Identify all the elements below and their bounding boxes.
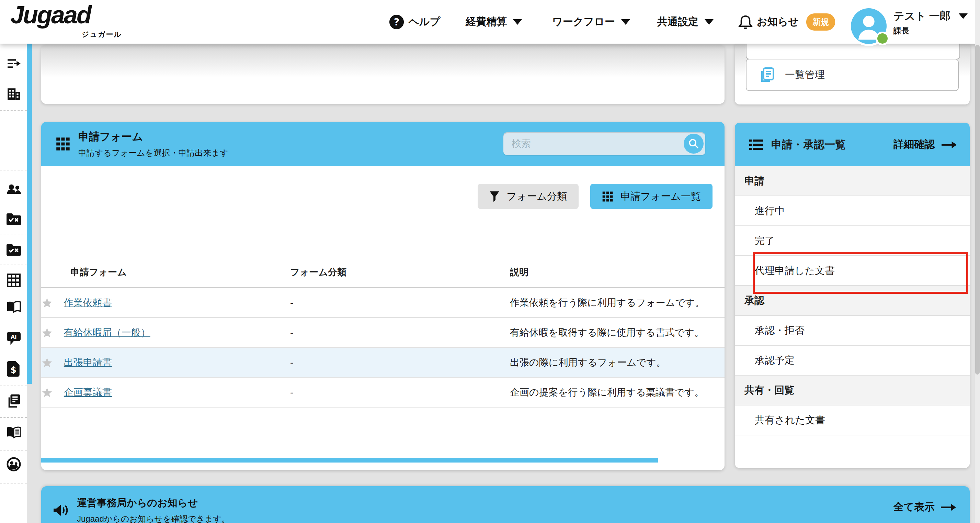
- column-header-form: 申請フォーム: [41, 257, 290, 288]
- arrow-right-icon: [941, 503, 956, 511]
- page-scrollbar-track[interactable]: [975, 0, 980, 523]
- nav-workflow-label: ワークフロー: [552, 15, 615, 29]
- application-forms-panel: 申請フォーム 申請するフォームを選択・申請出来ます フォーム分類 申請フォーム一…: [41, 122, 724, 470]
- app-logo-subtitle: ジュガール: [82, 30, 122, 39]
- form-description: 出張の際に利用するフォームです。: [510, 348, 724, 377]
- folder-approve-icon[interactable]: [6, 213, 21, 227]
- approval-list-filler: [735, 435, 970, 467]
- approval-section-share: 共有・回覧: [735, 376, 970, 405]
- search-button[interactable]: [684, 134, 703, 154]
- users-icon[interactable]: [6, 183, 21, 197]
- sidebar-divider: [0, 170, 27, 171]
- bell-icon: [738, 14, 752, 30]
- nav-expense[interactable]: 経費精算: [466, 0, 522, 44]
- announcement-title: 運営事務局からのお知らせ: [77, 496, 230, 510]
- column-header-description: 説明: [510, 257, 724, 288]
- form-category-button[interactable]: フォーム分類: [478, 184, 579, 209]
- approval-item-approve-reject[interactable]: 承認・拒否: [735, 316, 970, 346]
- manual-book-icon[interactable]: [6, 426, 21, 440]
- arrow-right-icon: [942, 140, 957, 149]
- approval-item-completed[interactable]: 完了: [735, 226, 970, 256]
- grid-icon: [56, 136, 71, 151]
- chevron-down-icon: [959, 13, 968, 19]
- menu-expand-icon[interactable]: [6, 57, 21, 71]
- list-management-label: 一覧管理: [785, 68, 825, 82]
- favorite-star-icon[interactable]: [41, 327, 53, 339]
- community-icon[interactable]: [6, 457, 21, 472]
- approval-item-proxy-applied[interactable]: 代理申請した文書: [735, 256, 970, 286]
- search-icon: [687, 137, 700, 150]
- list-icon: [749, 138, 764, 151]
- table-grid-icon[interactable]: [6, 273, 21, 288]
- invoice-icon[interactable]: $: [6, 361, 21, 375]
- column-header-category: フォーム分類: [290, 257, 510, 288]
- approval-item-shared-documents[interactable]: 共有された文書: [735, 405, 970, 435]
- nav-settings-label: 共通設定: [657, 15, 698, 29]
- announcement-bar: 運営事務局からのお知らせ Jugaadからのお知らせを確認できます。 全て表示: [41, 486, 970, 523]
- quick-links-card: 一覧管理: [735, 44, 970, 104]
- form-category-value: -: [290, 377, 510, 407]
- building-icon[interactable]: [6, 87, 21, 101]
- sidebar-divider: [0, 234, 27, 234]
- form-list-button[interactable]: 申請フォーム一覧: [590, 184, 713, 209]
- app-logo[interactable]: Jugaad: [10, 1, 91, 29]
- list-copy-icon[interactable]: [6, 394, 21, 408]
- form-description: 作業依頼を行う際に利用するフォームです。: [510, 288, 724, 317]
- sidebar-divider: [0, 265, 27, 265]
- form-category-label: フォーム分類: [506, 190, 567, 203]
- table-row: 企画稟議書 - 企画の提案を行う際に利用する稟議書です。: [41, 377, 724, 407]
- nav-notifications[interactable]: お知らせ 新規: [738, 0, 835, 44]
- nav-settings[interactable]: 共通設定: [657, 0, 714, 44]
- quick-link-cutoff[interactable]: [746, 44, 960, 59]
- show-all-link[interactable]: 全て表示: [893, 500, 956, 514]
- search-box: [503, 132, 705, 155]
- notifications-label: お知らせ: [757, 15, 799, 29]
- grid-icon: [602, 191, 614, 203]
- list-management-button[interactable]: 一覧管理: [746, 59, 959, 91]
- scrolled-card: [41, 45, 724, 104]
- table-horizontal-scrollbar[interactable]: [41, 458, 658, 462]
- help-icon: ?: [389, 14, 404, 30]
- folder-approve-icon[interactable]: [6, 243, 21, 258]
- chevron-down-icon: [513, 19, 522, 25]
- form-link[interactable]: 作業依頼書: [64, 297, 112, 308]
- approval-section-approval: 承認: [735, 286, 970, 316]
- approval-item-in-progress[interactable]: 進行中: [735, 196, 970, 226]
- nav-help-label: ヘルプ: [409, 15, 440, 29]
- new-badge: 新規: [806, 13, 835, 30]
- forms-table: 申請フォーム フォーム分類 説明 作業依頼書 - 作業依頼を行う際に利用するフォ…: [41, 257, 724, 408]
- form-category-value: -: [290, 317, 510, 348]
- form-link[interactable]: 出張申請書: [64, 357, 112, 368]
- chevron-down-icon: [621, 19, 630, 25]
- ai-chat-icon[interactable]: AI: [6, 332, 21, 346]
- form-category-value: -: [290, 348, 510, 377]
- approval-panel-title: 申請・承認一覧: [771, 137, 846, 152]
- page-scrollbar-thumb[interactable]: [975, 45, 980, 375]
- form-list-label: 申請フォーム一覧: [620, 190, 701, 203]
- panel-subtitle: 申請するフォームを選択・申請出来ます: [78, 147, 228, 158]
- form-description: 企画の提案を行う際に利用する稟議書です。: [510, 377, 724, 407]
- form-link[interactable]: 企画稟議書: [64, 387, 112, 397]
- favorite-star-icon[interactable]: [41, 297, 53, 309]
- sidebar-divider: [0, 386, 27, 386]
- table-row: 有給休暇届（一般） - 有給休暇を取得する際に使用する書式です。: [41, 317, 724, 348]
- form-description: 有給休暇を取得する際に使用する書式です。: [510, 317, 724, 348]
- nav-workflow[interactable]: ワークフロー: [552, 0, 630, 44]
- table-toolbar: フォーム分類 申請フォーム一覧: [478, 184, 713, 209]
- approval-item-approval-scheduled[interactable]: 承認予定: [735, 346, 970, 376]
- search-input[interactable]: [503, 138, 684, 149]
- application-forms-header: 申請フォーム 申請するフォームを選択・申請出来ます: [41, 122, 724, 166]
- favorite-star-icon[interactable]: [41, 387, 53, 399]
- user-name: テスト 一郎: [894, 9, 950, 23]
- approval-section-application: 申請: [735, 166, 970, 196]
- book-icon[interactable]: [6, 301, 21, 315]
- svg-text:?: ?: [394, 16, 400, 27]
- nav-help[interactable]: ? ヘルプ: [389, 0, 440, 44]
- detail-check-link[interactable]: 詳細確認: [894, 123, 957, 166]
- approval-list-panel: 申請・承認一覧 詳細確認 申請 進行中 完了 代理申請した文書 承認 承認・拒否…: [735, 123, 970, 468]
- form-category-value: -: [290, 288, 510, 317]
- favorite-star-icon[interactable]: [41, 357, 53, 369]
- nav-expense-label: 経費精算: [466, 15, 507, 29]
- user-menu[interactable]: テスト 一郎: [894, 9, 968, 23]
- form-link[interactable]: 有給休暇届（一般）: [64, 327, 150, 338]
